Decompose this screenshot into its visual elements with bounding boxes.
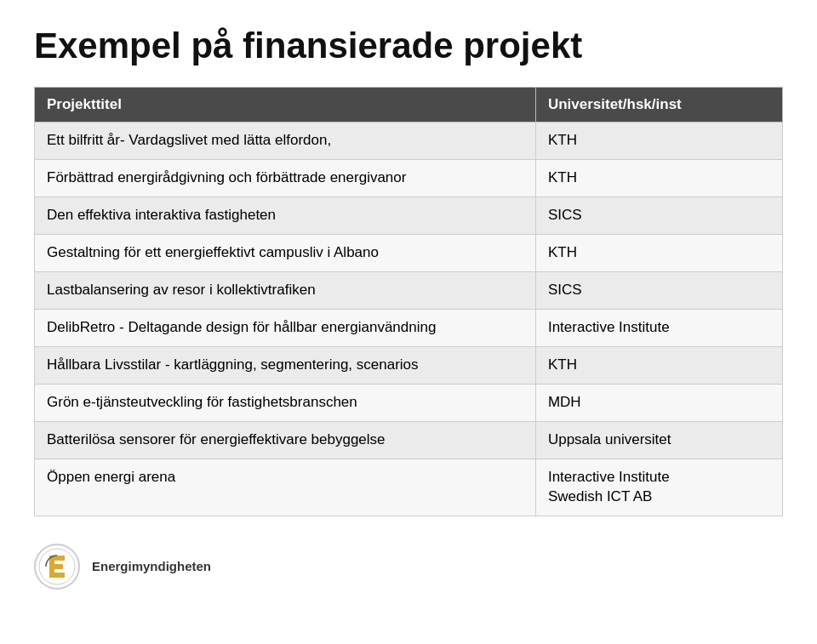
cell-project: Den effektiva interaktiva fastigheten (35, 197, 536, 235)
table-row: Öppen energi arenaInteractive InstituteS… (35, 459, 783, 516)
page-title: Exempel på finansierade projekt (34, 26, 783, 66)
footer: Energimyndigheten (34, 544, 783, 590)
table-row: Förbättrad energirådgivning och förbättr… (35, 160, 783, 197)
cell-project: DelibRetro - Deltagande design för hållb… (35, 309, 536, 346)
cell-project: Öppen energi arena (35, 459, 536, 516)
cell-university: Interactive InstituteSwedish ICT AB (535, 459, 782, 516)
cell-project: Ett bilfritt år- Vardagslivet med lätta … (35, 123, 536, 160)
cell-project: Förbättrad energirådgivning och förbättr… (35, 160, 536, 197)
projects-table: Projekttitel Universitet/hsk/inst Ett bi… (34, 87, 783, 516)
cell-project: Batterilösa sensorer för energieffektiva… (35, 421, 536, 459)
cell-university: SICS (535, 197, 782, 235)
cell-project: Grön e-tjänsteutveckling för fastighetsb… (35, 384, 536, 421)
cell-university: Interactive Institute (535, 309, 782, 346)
cell-university: KTH (535, 160, 782, 197)
cell-project: Hållbara Livsstilar - kartläggning, segm… (35, 346, 536, 384)
table-row: Batterilösa sensorer för energieffektiva… (35, 421, 783, 459)
table-row: Grön e-tjänsteutveckling för fastighetsb… (35, 384, 783, 421)
header-university: Universitet/hsk/inst (535, 88, 782, 123)
logo-name: Energimyndigheten (92, 559, 211, 574)
cell-university: KTH (535, 123, 782, 160)
table-row: Den effektiva interaktiva fastighetenSIC… (35, 197, 783, 235)
logo-circle (34, 544, 80, 590)
cell-university: KTH (535, 346, 782, 384)
cell-university: MDH (535, 384, 782, 421)
table-row: Ett bilfritt år- Vardagslivet med lätta … (35, 123, 783, 160)
header-project: Projekttitel (35, 88, 536, 123)
cell-project: Gestaltning för ett energieffektivt camp… (35, 235, 536, 272)
cell-university: SICS (535, 272, 782, 310)
cell-university: KTH (535, 235, 782, 272)
cell-university: Uppsala universitet (535, 421, 782, 459)
table-row: DelibRetro - Deltagande design för hållb… (35, 309, 783, 346)
logo-text-block: Energimyndigheten (92, 559, 211, 574)
energimyndigheten-logo (37, 547, 77, 586)
table-row: Gestaltning för ett energieffektivt camp… (35, 235, 783, 272)
cell-project: Lastbalansering av resor i kollektivtraf… (35, 272, 536, 310)
table-row: Hållbara Livsstilar - kartläggning, segm… (35, 346, 783, 384)
table-row: Lastbalansering av resor i kollektivtraf… (35, 272, 783, 310)
